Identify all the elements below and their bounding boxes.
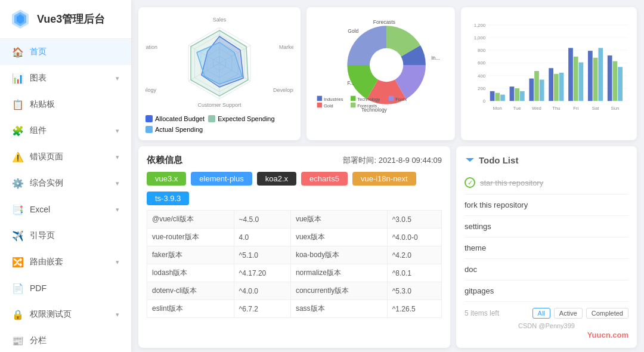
todo-item[interactable]: doc <box>465 259 628 280</box>
nav-arrow-example: ▾ <box>116 180 119 187</box>
logo-icon <box>10 8 31 30</box>
nav-label-error: 错误页面 <box>30 152 116 162</box>
svg-text:Tue: Tue <box>513 106 521 111</box>
sidebar-item-pdf[interactable]: 📄 PDF <box>0 275 131 301</box>
svg-text:Industries: Industries <box>324 97 343 102</box>
sidebar-item-guide[interactable]: ✈️ 引导页 <box>0 223 131 249</box>
sidebar-item-home[interactable]: 🏠 首页 <box>0 39 131 65</box>
sidebar-item-split[interactable]: 📰 分栏 <box>0 328 131 352</box>
svg-text:Administration: Administration <box>145 44 157 50</box>
nav-icon-home: 🏠 <box>12 46 24 58</box>
todo-header: Todo List <box>465 155 628 165</box>
nav-label-pdf: PDF <box>30 283 119 293</box>
radar-legend: Allocated Budget Expected Spending Actua… <box>145 115 293 133</box>
filter-all[interactable]: All <box>532 308 550 319</box>
sidebar-item-excel[interactable]: 📑 Excel ▾ <box>0 196 131 223</box>
cell-val-col1: ^6.7.2 <box>234 300 290 318</box>
dep-time: 部署时间: 2021-8-9 09:44:09 <box>343 155 442 166</box>
todo-item[interactable]: theme <box>465 237 628 259</box>
svg-text:Forecasts: Forecasts <box>357 103 377 109</box>
svg-rect-33 <box>389 96 394 101</box>
svg-rect-68 <box>588 51 593 101</box>
cell-val-col1: ^5.1.0 <box>234 246 290 264</box>
watermark-main: Yuucn.com <box>465 331 628 339</box>
cell-val-col1: ^4.0.0 <box>234 282 290 300</box>
legend-dot-allocated <box>145 115 153 122</box>
dep-header: 依赖信息 部署时间: 2021-8-9 09:44:09 <box>147 155 442 166</box>
pie-chart-card: Forecasts Gold In... F... Technology Ind… <box>306 7 455 140</box>
tag-koa2[interactable]: koa2.x <box>257 172 296 186</box>
cell-val-col2: ^3.0.5 <box>387 211 441 229</box>
tag-vue3[interactable]: vue3.x <box>147 172 186 186</box>
tag-vue-i18n[interactable]: vue-i18n-next <box>352 172 416 186</box>
todo-list: ✓ star this repository fork this reposit… <box>465 171 628 302</box>
legend-dot-expected <box>208 115 215 122</box>
filter-completed[interactable]: Completed <box>586 308 628 319</box>
bar-chart: 1,200 1,000 800 600 400 200 0 <box>468 14 630 128</box>
cell-val-col2: ^1.26.5 <box>387 300 441 318</box>
svg-text:Technology: Technology <box>145 87 156 93</box>
svg-text:1,200: 1,200 <box>474 23 485 28</box>
cell-val-col2: ^4.0.0-0 <box>387 229 441 246</box>
todo-item-label: fork this repository <box>465 200 528 209</box>
cell-key-col2: normalize版本 <box>290 264 387 282</box>
sidebar-item-component[interactable]: 🧩 组件 ▾ <box>0 118 131 144</box>
svg-text:Customer Support: Customer Support <box>197 102 242 108</box>
svg-rect-70 <box>599 48 603 101</box>
nav-label-split: 分栏 <box>30 335 119 346</box>
sidebar-item-router[interactable]: 🔀 路由嵌套 ▾ <box>0 249 131 275</box>
pie-chart: Forecasts Gold In... F... Technology Ind… <box>314 14 448 116</box>
svg-text:Wed: Wed <box>532 106 542 111</box>
nav-container: 🏠 首页 📊 图表 ▾ 📋 粘贴板 🧩 组件 ▾ ⚠️ 错误页面 ▾ ⚙️ 综合… <box>0 39 131 352</box>
cell-key-col1: vue-router版本 <box>147 229 234 246</box>
cell-key-col2: sass版本 <box>290 300 387 318</box>
nav-label-home: 首页 <box>30 47 119 57</box>
table-row: @vue/cli版本 ~4.5.0 vue版本 ^3.0.5 <box>147 211 442 229</box>
todo-card: Todo List ✓ star this repository fork th… <box>456 146 637 348</box>
table-row: lodash版本 ^4.17.20 normalize版本 ^8.0.1 <box>147 264 442 282</box>
cell-key-col1: @vue/cli版本 <box>147 211 234 229</box>
sidebar-item-error[interactable]: ⚠️ 错误页面 ▾ <box>0 144 131 170</box>
table-row: vue-router版本 4.0 vuex版本 ^4.0.0-0 <box>147 229 442 246</box>
svg-text:Technology: Technology <box>357 97 380 102</box>
table-row: faker版本 ^5.1.0 koa-body版本 ^4.2.0 <box>147 246 442 264</box>
todo-item[interactable]: ✓ star this repository <box>465 171 628 194</box>
cell-val-col2: ^5.3.0 <box>387 282 441 300</box>
svg-rect-72 <box>613 61 618 101</box>
nav-icon-error: ⚠️ <box>12 151 24 163</box>
svg-text:0: 0 <box>483 98 485 104</box>
tag-ts[interactable]: ts-3.9.3 <box>147 192 189 205</box>
main-content: Sales Marketing Developm... Customer Sup… <box>131 0 644 352</box>
cell-val-col1: 4.0 <box>234 229 290 246</box>
nav-label-clipboard: 粘贴板 <box>30 99 119 110</box>
svg-rect-37 <box>351 103 355 107</box>
sidebar-item-permission[interactable]: 🔒 权限测试页 ▾ <box>0 301 131 328</box>
svg-rect-54 <box>496 93 500 101</box>
svg-rect-63 <box>554 74 559 101</box>
filter-active[interactable]: Active <box>554 308 583 319</box>
tag-element-plus[interactable]: element-plus <box>191 172 252 186</box>
sidebar-item-chart[interactable]: 📊 图表 ▾ <box>0 65 131 91</box>
svg-text:Forex: Forex <box>395 97 407 102</box>
todo-footer: 5 items left All Active Completed <box>465 308 628 319</box>
nav-arrow-error: ▾ <box>116 153 119 161</box>
nav-label-permission: 权限测试页 <box>30 309 116 320</box>
todo-item-label: star this repository <box>480 178 543 187</box>
svg-text:600: 600 <box>478 60 486 66</box>
nav-label-guide: 引导页 <box>30 230 119 241</box>
svg-text:Forecasts: Forecasts <box>373 19 395 25</box>
tag-echarts5[interactable]: echarts5 <box>301 172 348 186</box>
bar-chart-card: 1,200 1,000 800 600 400 200 0 <box>461 7 637 140</box>
sidebar-item-example[interactable]: ⚙️ 综合实例 ▾ <box>0 170 131 196</box>
sidebar-item-clipboard[interactable]: 📋 粘贴板 <box>0 91 131 118</box>
sidebar: Vue3管理后台 🏠 首页 📊 图表 ▾ 📋 粘贴板 🧩 组件 ▾ ⚠️ 错误页… <box>0 0 131 352</box>
todo-item-label: doc <box>465 265 477 274</box>
svg-rect-73 <box>618 67 623 101</box>
todo-item[interactable]: settings <box>465 216 628 237</box>
todo-item[interactable]: gitpages <box>465 280 628 302</box>
svg-text:Developm...: Developm... <box>273 87 293 93</box>
todo-item[interactable]: fork this repository <box>465 194 628 216</box>
cell-val-col2: ^8.0.1 <box>387 264 441 282</box>
svg-rect-71 <box>608 55 612 101</box>
nav-label-example: 综合实例 <box>30 178 116 189</box>
